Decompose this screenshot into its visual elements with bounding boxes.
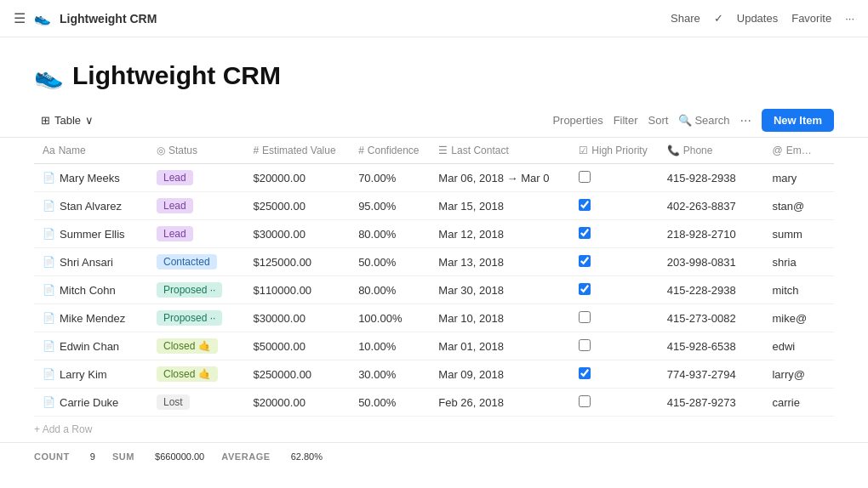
filter-button[interactable]: Filter xyxy=(614,114,638,127)
cell-confidence: 10.00% xyxy=(350,332,430,360)
cell-status: Proposed ·· xyxy=(148,304,244,332)
cell-name: 📄Carrie Duke xyxy=(34,389,148,417)
cell-name: 📄Mike Mendez xyxy=(34,304,148,332)
name-value[interactable]: Shri Ansari xyxy=(60,256,113,269)
name-value[interactable]: Larry Kim xyxy=(60,368,107,381)
updates-button[interactable]: Updates xyxy=(737,12,778,25)
high-priority-checkbox[interactable] xyxy=(579,227,591,239)
name-value[interactable]: Stan Alvarez xyxy=(60,200,122,213)
add-row-label: + Add a Row xyxy=(34,423,92,435)
search-wrapper[interactable]: 🔍 Search xyxy=(678,114,729,127)
cell-estimated: $110000.00 xyxy=(244,276,350,304)
cell-name: 📄Larry Kim xyxy=(34,360,148,389)
cell-high-priority xyxy=(570,360,658,389)
cell-email: summ xyxy=(763,220,834,248)
cell-estimated: $25000.00 xyxy=(244,192,350,220)
high-priority-checkbox[interactable] xyxy=(579,367,591,379)
col-header-name: AaName xyxy=(34,138,148,164)
cell-estimated: $20000.00 xyxy=(244,164,350,192)
cell-high-priority xyxy=(570,248,658,276)
more-options-button[interactable]: ··· xyxy=(845,12,854,25)
cell-last-contact: Mar 30, 2018 xyxy=(430,276,570,304)
page-title: Lightweight CRM xyxy=(72,61,281,90)
cell-estimated: $250000.00 xyxy=(244,360,350,389)
high-priority-checkbox[interactable] xyxy=(579,311,591,323)
hamburger-icon[interactable]: ☰ xyxy=(14,10,26,26)
favorite-button[interactable]: Favorite xyxy=(791,12,831,25)
col-header-email: @Em… xyxy=(763,138,834,164)
cell-status: Lead xyxy=(148,164,244,192)
name-value[interactable]: Summer Ellis xyxy=(60,228,125,241)
add-row-button[interactable]: + Add a Row xyxy=(0,417,868,442)
table-row: 📄Stan AlvarezLead$25000.0095.00%Mar 15, … xyxy=(34,192,834,220)
name-col-icon: Aa xyxy=(43,145,55,156)
cell-status: Lead xyxy=(148,220,244,248)
summary-row: COUNT 9 SUM $660000.00 AVERAGE 62.80% xyxy=(0,442,868,470)
high-priority-checkbox[interactable] xyxy=(579,283,591,295)
cell-phone: 415-928-2938 xyxy=(659,164,764,192)
row-icon: 📄 xyxy=(43,312,55,324)
new-item-button[interactable]: New Item xyxy=(762,109,834,132)
topbar-right: Share ✓ Updates Favorite ··· xyxy=(671,12,854,25)
status-badge[interactable]: Proposed ·· xyxy=(157,310,222,326)
status-badge[interactable]: Proposed ·· xyxy=(157,282,222,298)
status-badge[interactable]: Closed 🤙 xyxy=(157,366,218,382)
share-button[interactable]: Share xyxy=(671,12,700,25)
name-value[interactable]: Mitch Cohn xyxy=(60,284,116,297)
table-row: 📄Edwin ChanClosed 🤙$50000.0010.00%Mar 01… xyxy=(34,332,834,360)
toolbar-right: Properties Filter Sort 🔍 Search ··· New … xyxy=(552,109,834,132)
cell-email: larry@ xyxy=(763,360,834,389)
cell-last-contact: Feb 26, 2018 xyxy=(430,389,570,417)
col-header-contact: ☰Last Contact xyxy=(430,138,570,164)
cell-estimated: $30000.00 xyxy=(244,304,350,332)
table-view-button[interactable]: ⊞ Table ∨ xyxy=(34,111,100,130)
name-value[interactable]: Mike Mendez xyxy=(60,312,125,325)
contact-col-icon: ☰ xyxy=(438,145,448,156)
cell-email: edwi xyxy=(763,332,834,360)
phone-col-icon: 📞 xyxy=(667,145,680,156)
name-value[interactable]: Carrie Duke xyxy=(60,396,118,409)
average-label: AVERAGE xyxy=(221,451,270,462)
search-icon: 🔍 xyxy=(678,114,692,127)
crm-table: AaName ◎Status #Estimated Value #Confide… xyxy=(34,138,834,417)
table-icon: ⊞ xyxy=(41,114,50,127)
sort-button[interactable]: Sort xyxy=(648,114,669,127)
status-badge[interactable]: Contacted xyxy=(157,254,217,270)
cell-phone: 415-273-0082 xyxy=(659,304,764,332)
cell-status: Contacted xyxy=(148,248,244,276)
cell-last-contact: Mar 09, 2018 xyxy=(430,360,570,389)
status-badge[interactable]: Lost xyxy=(157,394,190,410)
status-badge[interactable]: Lead xyxy=(157,226,193,241)
cell-confidence: 95.00% xyxy=(350,192,430,220)
cell-last-contact: Mar 12, 2018 xyxy=(430,220,570,248)
row-icon: 📄 xyxy=(43,256,55,268)
cell-confidence: 50.00% xyxy=(350,248,430,276)
high-priority-checkbox[interactable] xyxy=(579,171,591,183)
status-badge[interactable]: Closed 🤙 xyxy=(157,338,218,354)
average-value: 62.80% xyxy=(291,451,323,462)
more-options-toolbar-button[interactable]: ··· xyxy=(740,113,751,128)
cell-estimated: $50000.00 xyxy=(244,332,350,360)
table-header: AaName ◎Status #Estimated Value #Confide… xyxy=(34,138,834,164)
count-label: COUNT xyxy=(34,451,70,462)
count-value: 9 xyxy=(90,451,95,462)
cell-status: Lead xyxy=(148,192,244,220)
cell-high-priority xyxy=(570,304,658,332)
properties-button[interactable]: Properties xyxy=(552,114,602,127)
status-badge[interactable]: Lead xyxy=(157,170,193,185)
status-badge[interactable]: Lead xyxy=(157,198,193,213)
name-value[interactable]: Edwin Chan xyxy=(60,340,119,353)
sum-label: SUM xyxy=(112,451,134,462)
toolbar-left: ⊞ Table ∨ xyxy=(34,111,100,130)
name-value[interactable]: Mary Meeks xyxy=(60,172,120,184)
cell-estimated: $125000.00 xyxy=(244,248,350,276)
cell-email: mitch xyxy=(763,276,834,304)
row-icon: 📄 xyxy=(43,340,55,352)
high-priority-checkbox[interactable] xyxy=(579,339,591,351)
high-priority-checkbox[interactable] xyxy=(579,255,591,267)
col-header-estimated: #Estimated Value xyxy=(244,138,350,164)
cell-high-priority xyxy=(570,192,658,220)
cell-last-contact: Mar 13, 2018 xyxy=(430,248,570,276)
high-priority-checkbox[interactable] xyxy=(579,395,591,407)
high-priority-checkbox[interactable] xyxy=(579,199,591,211)
